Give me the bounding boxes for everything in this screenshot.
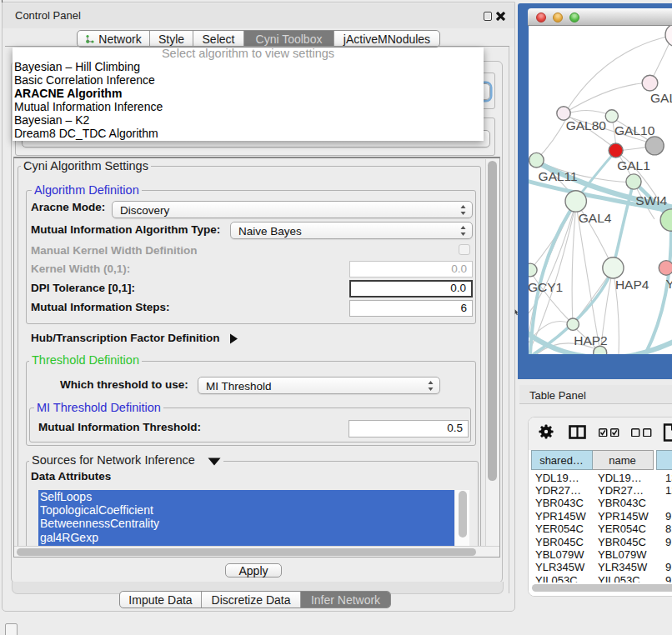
- svg-text:GAL1: GAL1: [617, 158, 650, 172]
- svg-text:HAP2: HAP2: [574, 333, 608, 348]
- svg-text:GAL4: GAL4: [579, 211, 612, 225]
- svg-text:HAP4: HAP4: [615, 278, 649, 292]
- svg-text:GCY1: GCY1: [529, 280, 563, 294]
- svg-text:SWI4: SWI4: [635, 193, 667, 208]
- svg-text:GAL80: GAL80: [566, 118, 607, 132]
- svg-text:GAL: GAL: [650, 91, 672, 105]
- svg-text:GAL10: GAL10: [614, 123, 655, 138]
- svg-text:Y: Y: [665, 277, 672, 291]
- svg-text:GAL11: GAL11: [539, 169, 578, 183]
